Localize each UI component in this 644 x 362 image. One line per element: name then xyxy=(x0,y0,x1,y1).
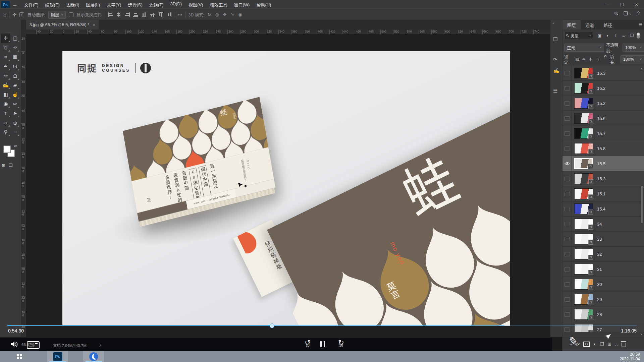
menu-item-5[interactable]: 选择(S) xyxy=(124,1,146,8)
color-swatches[interactable]: ⇄ xyxy=(3,145,17,158)
layer-visibility-toggle[interactable] xyxy=(562,247,572,261)
3d-slide-icon[interactable]: ⇲ xyxy=(231,12,234,17)
layer-name[interactable]: 15.1 xyxy=(597,191,605,196)
taskbar-photoshop[interactable]: Ps xyxy=(47,351,68,362)
lock-paint-icon[interactable]: ✏ xyxy=(581,57,587,62)
tab-路径[interactable]: 路径 xyxy=(599,20,617,29)
tab-通道[interactable]: 通道 xyxy=(581,20,599,29)
layer-row[interactable]: ❐15.3 xyxy=(562,171,644,186)
path-select-tool[interactable]: ➤◢ xyxy=(10,109,20,118)
menu-item-0[interactable]: 文件(F) xyxy=(21,1,42,8)
status-chevron-icon[interactable]: 〉 xyxy=(99,342,103,348)
layer-row[interactable]: ❐31 xyxy=(562,262,644,277)
layer-thumbnail[interactable]: ❐ xyxy=(574,188,593,199)
filter-type-layers-icon[interactable]: T xyxy=(612,33,620,38)
auto-select-checkbox[interactable]: ✓ xyxy=(19,12,24,17)
more-options-icon[interactable]: ••• xyxy=(178,13,182,17)
scroll-down-icon[interactable]: ∨ xyxy=(640,332,643,336)
video-progress-track[interactable] xyxy=(7,325,637,326)
foreground-color-swatch[interactable] xyxy=(3,145,11,153)
adjustment-layer-icon[interactable]: ◐ xyxy=(594,342,596,347)
filter-toggle[interactable] xyxy=(637,33,640,39)
menu-item-2[interactable]: 图像(I) xyxy=(63,1,83,8)
lock-transparent-icon[interactable]: ▨ xyxy=(574,57,581,62)
annotation-pencil-icon[interactable]: ✎ xyxy=(568,334,579,349)
menu-item-7[interactable]: 3D(D) xyxy=(167,1,185,8)
layer-visibility-toggle[interactable] xyxy=(562,322,572,332)
layer-name[interactable]: 29 xyxy=(597,297,602,302)
align-justify-icon[interactable] xyxy=(133,12,138,17)
layer-thumbnail[interactable]: ❐ xyxy=(574,173,593,184)
layer-row[interactable]: ❐16.3 xyxy=(562,66,644,81)
scroll-up-icon[interactable]: ∧ xyxy=(640,67,643,71)
layer-thumbnail[interactable]: ❐ xyxy=(574,68,593,78)
filter-adjustment-layers-icon[interactable]: ◐ xyxy=(604,33,612,38)
document-tab[interactable]: 3.jpg @ 66.7% (15.5, RGB/8#) * × xyxy=(26,20,99,29)
gradient-tool[interactable]: ◧◢ xyxy=(1,90,10,99)
lock-artboard-icon[interactable]: ▭ xyxy=(594,57,601,62)
smudge-tool[interactable]: ☝◢ xyxy=(10,90,20,99)
align-bottom-icon[interactable] xyxy=(159,12,163,17)
distribute-v-icon[interactable] xyxy=(167,12,171,17)
volume-icon[interactable] xyxy=(10,341,19,349)
layer-name[interactable]: 16.2 xyxy=(597,86,605,91)
layer-name[interactable]: 31 xyxy=(597,267,602,272)
back-arrow-icon[interactable]: ← xyxy=(12,2,17,7)
layer-visibility-toggle[interactable] xyxy=(562,262,572,277)
menu-item-4[interactable]: 文字(Y) xyxy=(103,1,124,8)
layer-row[interactable]: ❐30 xyxy=(562,277,644,292)
layer-thumbnail[interactable]: ❐ xyxy=(574,128,593,139)
canvas-area[interactable]: 同捉 DESIGNCOURSES 蛙 莫言 M 第一部關注現代中國60年生育歷史… xyxy=(26,34,550,337)
layer-name[interactable]: 34 xyxy=(597,222,602,227)
layer-visibility-toggle[interactable] xyxy=(562,126,572,141)
menu-item-6[interactable]: 滤镜(T) xyxy=(146,1,167,8)
new-layer-icon[interactable]: ⊞ xyxy=(607,342,611,347)
layer-name[interactable]: 32 xyxy=(597,252,602,257)
rewind-10-button[interactable]: ↺ 10 xyxy=(302,339,313,346)
forward-30-button[interactable]: ↻ 30 xyxy=(335,339,347,346)
close-button[interactable]: ✕ xyxy=(629,0,644,9)
layer-visibility-toggle[interactable] xyxy=(562,66,572,80)
layer-name[interactable]: 27 xyxy=(597,327,602,332)
layer-thumbnail[interactable]: ❐ xyxy=(574,143,593,154)
history-brush-tool[interactable]: ✍◢ xyxy=(1,80,10,90)
taskbar-browser[interactable] xyxy=(83,351,104,362)
layer-row[interactable]: ❐15.5 xyxy=(562,156,644,171)
more-dots-icon[interactable]: ‥ xyxy=(615,342,618,347)
pen-tool[interactable]: ✑◢ xyxy=(10,99,20,109)
layer-visibility-toggle[interactable] xyxy=(562,96,572,111)
brush-settings-panel-icon[interactable]: ✑ xyxy=(553,56,557,62)
layer-name[interactable]: 15.3 xyxy=(597,176,605,181)
lasso-tool[interactable]: ➰◢ xyxy=(1,43,10,52)
add-mask-icon[interactable] xyxy=(583,342,590,347)
layer-visibility-toggle[interactable] xyxy=(562,232,572,246)
layer-row[interactable]: ❐28 xyxy=(562,307,644,322)
lock-move-icon[interactable]: ✛ xyxy=(587,57,594,62)
more-tools[interactable]: •••◢ xyxy=(10,127,20,137)
layer-thumbnail[interactable]: ❐ xyxy=(574,294,593,305)
align-top-icon[interactable] xyxy=(142,12,146,17)
menu-item-11[interactable]: 帮助(H) xyxy=(253,1,274,8)
subtitle-toggle-icon[interactable] xyxy=(27,341,40,349)
show-transform-checkbox[interactable]: ✓ xyxy=(69,12,73,17)
filter-shape-layers-icon[interactable]: ▱ xyxy=(620,33,628,38)
video-progress-handle[interactable] xyxy=(270,323,274,328)
layer-visibility-toggle[interactable] xyxy=(562,307,572,322)
layer-visibility-toggle[interactable] xyxy=(562,111,572,126)
menu-item-10[interactable]: 窗口(W) xyxy=(230,1,253,8)
minimize-button[interactable]: — xyxy=(600,0,614,9)
layer-thumbnail[interactable]: ❐ xyxy=(574,309,593,320)
3d-roll-icon[interactable]: ◎ xyxy=(215,12,219,17)
filter-smart-objects-icon[interactable]: ❐ xyxy=(628,33,636,38)
delete-layer-icon[interactable] xyxy=(622,341,626,347)
clone-source-panel-icon[interactable]: ❒ xyxy=(553,36,557,42)
layer-row[interactable]: ❐15.2 xyxy=(562,96,644,111)
layer-row[interactable]: ❐29 xyxy=(562,292,644,307)
3d-camera-icon[interactable]: ◉ xyxy=(238,12,242,17)
blend-mode-dropdown[interactable]: 正常˅ xyxy=(564,44,604,52)
layer-row[interactable]: ❐15.4 xyxy=(562,201,644,217)
brush-tool[interactable]: ✏◢ xyxy=(1,71,10,80)
lock-all-icon[interactable] xyxy=(601,57,607,62)
layer-thumbnail[interactable]: ❐ xyxy=(574,219,593,229)
layer-thumbnail[interactable]: ❐ xyxy=(574,249,593,259)
